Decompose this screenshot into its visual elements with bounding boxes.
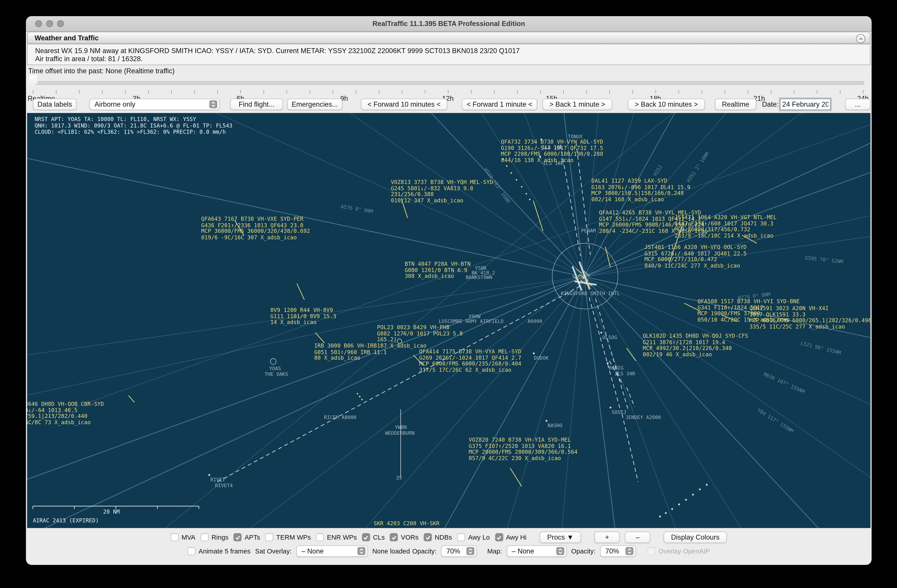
aircraft-label-dal41[interactable]: DAL41 1127 A359 LAX-SYD G163 2076↓/-896 … — [591, 178, 690, 202]
checkbox-label: NDBs — [435, 534, 452, 541]
aircraft-label-qlk102d[interactable]: QLK102D 1435 DH8D VH-QOJ SYD-CFS G211 38… — [643, 333, 748, 357]
waypoint-label: RIVET — [210, 477, 225, 482]
layer-option-vors: VORs — [390, 533, 419, 541]
waypoint-label: YOAS — [269, 366, 281, 371]
layer-option-rings: Rings — [201, 533, 228, 541]
map-status-text: NRST APT: YOAS TA: 10000 TL: FL110, NRST… — [35, 116, 232, 135]
slider-tick — [655, 90, 656, 93]
aircraft-label-3646[interactable]: 3646 DH8D VH-QOB CBR-SYD 0↓/-64 1013 46.… — [27, 401, 104, 425]
checkbox-awy-hi[interactable] — [495, 533, 503, 541]
waypoint-label: BOBIG — [609, 366, 623, 371]
zoom-out-button[interactable]: – — [625, 531, 651, 543]
check-icon — [496, 534, 502, 540]
waypoint-label: JENDEY A2000 — [626, 415, 661, 420]
weather-info-box: Nearest WX 15.9 NM away at KINGSFORD SMI… — [27, 44, 871, 65]
time-offset-slider[interactable]: Realtime3h6h9h12h15h18h21h24h — [26, 74, 872, 98]
slider-tick — [678, 90, 679, 93]
forward-10-min-button[interactable]: < Forward 10 minutes < — [361, 99, 447, 110]
display-colours-button[interactable]: Display Colours — [664, 531, 727, 543]
slider-tick — [33, 90, 34, 93]
data-labels-button[interactable]: Data labels — [33, 99, 77, 110]
waypoint-label: BANKSTOWN — [466, 275, 493, 280]
aircraft-label-irb[interactable]: IRB 3000 B06 VH-IRB G051 501↑/960 IRB 11… — [314, 343, 387, 361]
more-options-button[interactable]: ... — [845, 99, 870, 110]
aircraft-label-skr[interactable]: SKR 4203 C208 VH-SKR — [373, 521, 439, 527]
checkbox-vors[interactable] — [390, 533, 398, 541]
opacity-label-2: Opacity: — [571, 548, 596, 554]
slider-tick — [379, 90, 380, 93]
aircraft-label-voz813[interactable]: VOZ813 3737 B738 VH-YQH MEL-SYD G245 580… — [391, 179, 493, 204]
map-opacity-dropdown[interactable]: 70% — [600, 545, 636, 557]
panel-title: Weather and Traffic — [35, 34, 99, 42]
layer-option-ndbs: NDBs — [424, 533, 452, 541]
titlebar[interactable]: RealTraffic 11.1.395 BETA Professional E… — [26, 16, 872, 32]
collapse-panel-button[interactable] — [856, 34, 865, 43]
traffic-filter-dropdown[interactable]: Airborne only — [89, 99, 220, 110]
app-window: RealTraffic 11.1.395 BETA Professional E… — [26, 16, 872, 565]
layer-option-apts: APTs — [234, 533, 260, 541]
slider-tick — [863, 90, 863, 93]
slider-tick — [702, 90, 702, 93]
minimize-button[interactable] — [46, 20, 53, 27]
aircraft-label-jst401[interactable]: JST401 1166 A320 VH-VFQ OOL-SYD G315 672… — [644, 245, 747, 269]
traffic-count-line: Air traffic in area / total: 81 / 16328. — [35, 55, 143, 63]
slider-tick — [102, 90, 103, 93]
weather-panel-header: Weather and Traffic — [27, 32, 871, 44]
forward-1-min-button[interactable]: < Forward 1 minute < — [462, 99, 537, 110]
slider-tick — [817, 90, 817, 93]
realtime-button[interactable]: Realtime — [715, 99, 756, 110]
layer-option-mva: MVA — [170, 533, 195, 541]
slider-tick — [217, 90, 218, 93]
back-10-min-button[interactable]: > Back 10 minutes > — [628, 99, 705, 110]
zoom-in-button[interactable]: + — [594, 531, 620, 543]
checkbox-label: TERM WPs — [276, 534, 311, 541]
slider-tick — [79, 90, 80, 93]
close-button[interactable] — [35, 20, 42, 27]
aircraft-label-qfa643[interactable]: QFA643 7167 B738 VH-VXE SYD-PER G436 F20… — [201, 216, 310, 240]
checkbox-mva[interactable] — [170, 533, 179, 541]
sat-opacity-dropdown[interactable]: 70% — [441, 545, 477, 557]
find-flight-button[interactable]: Find flight... — [230, 99, 283, 110]
checkbox-enr-wps[interactable] — [316, 533, 324, 541]
metar-line: Nearest WX 15.9 NM away at KINGSFORD SMI… — [35, 47, 520, 55]
waypoint-label: WEDDERBURN — [385, 431, 415, 436]
checkbox-cls[interactable] — [362, 533, 370, 541]
stepper-icon — [626, 547, 634, 555]
checkbox-rings[interactable] — [201, 533, 208, 541]
emergencies-button[interactable]: Emergencies... — [287, 99, 342, 110]
overlay-openaip-checkbox[interactable] — [647, 547, 655, 555]
aircraft-label-jst471[interactable]: JST471 1064 A320 VH-VGT NTL-MEL G447 F23… — [675, 214, 777, 239]
aircraft-label-voz820[interactable]: VOZ820 7240 B738 VH-YIA SYD-MEL G375 F10… — [468, 437, 577, 461]
aircraft-label-qlk1591[interactable]: QLK1591 3023 A20N VH-X4I 1017 QLK1591 33… — [749, 305, 870, 330]
animate-frames-checkbox[interactable] — [188, 547, 196, 555]
check-icon — [363, 534, 369, 540]
stepper-icon — [209, 100, 217, 109]
checkbox-awy-lo[interactable] — [457, 533, 465, 541]
slider-track[interactable] — [33, 81, 864, 85]
none-loaded-text: None loaded — [372, 548, 410, 554]
map-source-dropdown[interactable]: – None — [507, 545, 566, 557]
back-1-min-button[interactable]: > Back 1 minute > — [542, 99, 612, 110]
zoom-button[interactable] — [57, 20, 64, 27]
sat-overlay-dropdown[interactable]: – None — [296, 545, 367, 557]
date-input[interactable] — [780, 99, 831, 110]
aircraft-label-qfa414[interactable]: QFA414 7175 B738 VH-VYA MEL-SYD G269 262… — [419, 349, 521, 373]
check-icon — [234, 534, 241, 540]
sat-overlay-label: Sat Overlay: — [255, 548, 292, 554]
checkbox-ndbs[interactable] — [424, 533, 432, 541]
aircraft-label-pol23[interactable]: POL23 0023 B429 VH-PHB G082 1276/0 1017 … — [377, 325, 463, 349]
procs-button[interactable]: Procs ▼ — [540, 531, 581, 543]
waypoint-label: NASHO — [548, 423, 563, 428]
aircraft-label-btn[interactable]: BTN 4047 P28A VH-BTN G080 1201/0 BTN 6.9… — [404, 261, 470, 279]
checkbox-term-wps[interactable] — [265, 533, 273, 541]
waypoint-label: RIVET4 — [215, 483, 233, 488]
aircraft-label-qfa732[interactable]: QFA732 3734 B738 VH-VYH ADL-SYD G190 312… — [501, 139, 603, 163]
slider-tick — [725, 90, 726, 93]
checkbox-apts[interactable] — [234, 533, 242, 541]
aircraft-label-8v9[interactable]: 8V9 1200 R44 VH-8V9 G111 1101/0 8V9 15.3… — [270, 307, 336, 325]
overlay-openaip-label: Overlay OpenAIP — [658, 548, 710, 554]
waypoint-label: ILS 34R — [614, 371, 635, 377]
layer-option-enr-wps: ENR WPs — [316, 533, 357, 541]
radar-map[interactable]: NRST APT: YOAS TA: 10000 TL: FL110, NRST… — [27, 113, 871, 528]
waypoint-label: A6000 — [527, 319, 542, 324]
